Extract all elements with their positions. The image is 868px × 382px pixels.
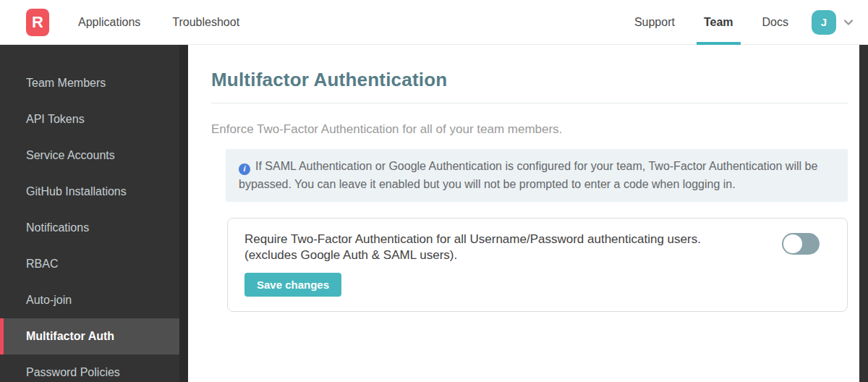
- nav-item-troubleshoot[interactable]: Troubleshoot: [172, 16, 239, 29]
- title-divider: [211, 103, 848, 103]
- chevron-down-icon[interactable]: [842, 16, 855, 29]
- nav-left-group: Applications Troubleshoot: [78, 16, 239, 29]
- nav-item-applications[interactable]: Applications: [78, 16, 140, 29]
- toggle-knob: [783, 234, 802, 253]
- sidebar-item-password-policies[interactable]: Password Policies: [0, 355, 179, 382]
- sidebar-item-team-members[interactable]: Team Members: [0, 65, 179, 101]
- info-circle-icon: i: [239, 164, 250, 175]
- save-changes-button[interactable]: Save changes: [244, 273, 341, 297]
- page-title: Multifactor Authentication: [211, 69, 848, 91]
- top-navbar: R Applications Troubleshoot Support Team…: [0, 0, 868, 45]
- page-scrollbar[interactable]: [859, 45, 868, 382]
- setting-label-line2: (excludes Google Auth & SAML users).: [244, 247, 746, 263]
- sidebar-item-rbac[interactable]: RBAC: [0, 246, 179, 282]
- nav-item-team[interactable]: Team: [697, 0, 741, 45]
- sidebar-item-auto-join[interactable]: Auto-join: [0, 282, 179, 318]
- saml-info-note: iIf SAML Authentication or Google Authen…: [226, 149, 848, 202]
- sidebar-item-multifactor-auth[interactable]: Multifactor Auth: [0, 318, 179, 355]
- sidebar-item-api-tokens[interactable]: API Tokens: [0, 101, 179, 137]
- two-factor-setting-card: Require Two-Factor Authentication for al…: [227, 218, 848, 312]
- info-note-text: If SAML Authentication or Google Authent…: [239, 160, 817, 190]
- sidebar-item-github-installations[interactable]: GitHub Installations: [0, 174, 179, 210]
- sidebar-scrollbar[interactable]: [179, 45, 188, 382]
- nav-right-group: Support Team Docs: [627, 0, 796, 45]
- setting-label-line1: Require Two-Factor Authentication for al…: [244, 232, 746, 247]
- user-avatar[interactable]: J: [812, 10, 836, 35]
- sidebar-item-notifications[interactable]: Notifications: [0, 210, 179, 246]
- page-description: Enforce Two-Factor Authentication for al…: [211, 122, 848, 137]
- two-factor-toggle[interactable]: [782, 233, 820, 255]
- sidebar-item-service-accounts[interactable]: Service Accounts: [0, 137, 179, 174]
- settings-sidebar: Team Members API Tokens Service Accounts…: [0, 45, 188, 382]
- nav-item-docs[interactable]: Docs: [755, 0, 796, 45]
- rollbar-r-logo-icon[interactable]: R: [26, 9, 49, 36]
- main-content: Multifactor Authentication Enforce Two-F…: [188, 45, 859, 382]
- nav-item-support[interactable]: Support: [627, 0, 682, 45]
